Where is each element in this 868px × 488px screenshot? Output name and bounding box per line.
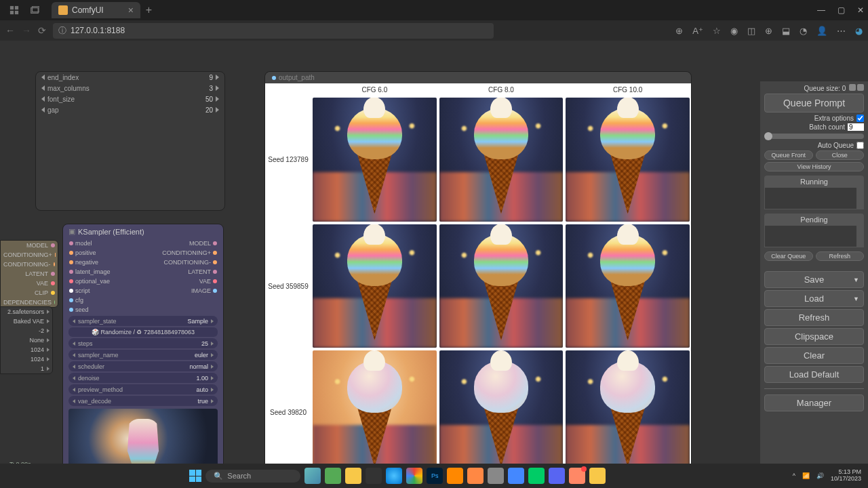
widget-row[interactable]: -2 xyxy=(1,326,52,336)
output-port[interactable]: MODEL xyxy=(1,241,58,250)
extras-icon[interactable] xyxy=(849,84,856,91)
browser-tab[interactable]: ComfyUI × xyxy=(52,2,140,18)
sampler-state-widget[interactable]: sampler_stateSample xyxy=(68,316,218,326)
close-button[interactable]: Close xyxy=(816,150,865,160)
widget-row[interactable]: max_columns3 xyxy=(36,83,224,94)
taskbar-app-icon[interactable] xyxy=(488,468,504,484)
widget-row[interactable]: font_size50 xyxy=(36,94,224,104)
copilot-icon[interactable]: ◕ xyxy=(855,26,863,36)
widget-row[interactable]: 1024 xyxy=(1,354,52,364)
taskbar-app-icon[interactable] xyxy=(467,468,484,484)
widget-row[interactable]: None xyxy=(1,336,52,345)
widget-row[interactable]: 2.safetensors xyxy=(1,307,52,317)
widget-row[interactable]: steps25 xyxy=(68,338,218,348)
nav-back-icon[interactable]: ← xyxy=(5,25,15,36)
tabs-icon[interactable] xyxy=(30,5,39,15)
input-port[interactable]: optional_vae xyxy=(75,278,110,285)
output-port[interactable]: CONDITIONING+ xyxy=(162,249,211,256)
input-port[interactable]: negative xyxy=(75,259,98,266)
new-tab-button[interactable]: + xyxy=(146,4,152,16)
load-button[interactable]: Load▼ xyxy=(764,290,864,307)
view-history-button[interactable]: View History xyxy=(764,162,864,171)
output-port[interactable]: CONDITIONING+ xyxy=(1,250,58,260)
window-minimize-icon[interactable]: — xyxy=(817,5,825,15)
taskbar-app-icon[interactable] xyxy=(508,468,524,484)
input-port[interactable]: seed xyxy=(75,306,89,313)
tray-wifi-icon[interactable]: 📶 xyxy=(802,472,810,479)
queue-prompt-button[interactable]: Queue Prompt xyxy=(764,94,864,113)
efficient-loader-node-stub[interactable]: MODELCONDITIONING+CONDITIONING-LATENTVAE… xyxy=(0,240,58,308)
start-button[interactable] xyxy=(189,470,201,482)
sidebar-icon[interactable]: ◫ xyxy=(747,26,755,36)
taskbar-search[interactable]: 🔍 Search xyxy=(205,470,300,483)
input-port[interactable]: latent_image xyxy=(75,268,111,275)
comfyui-canvas[interactable]: end_index9max_columns3font_size50gap20 M… xyxy=(0,41,868,488)
scrollbar[interactable] xyxy=(856,226,863,247)
taskbar-app-icon[interactable] xyxy=(325,468,341,484)
zoom-icon[interactable]: ⊕ xyxy=(675,26,683,36)
widget-row[interactable]: 1024 xyxy=(1,345,52,354)
input-port[interactable]: cfg xyxy=(75,297,83,304)
taskbar-app-icon[interactable] xyxy=(386,468,402,484)
input-port[interactable]: positive xyxy=(75,249,96,256)
tab-close-icon[interactable]: × xyxy=(128,5,134,16)
taskbar-app-icon[interactable] xyxy=(406,468,422,484)
input-port[interactable]: script xyxy=(75,287,90,294)
tray-chevron-icon[interactable]: ^ xyxy=(793,472,795,479)
clock[interactable]: 5:13 PM10/17/2023 xyxy=(831,469,861,483)
input-port[interactable]: model xyxy=(75,240,92,247)
output-port[interactable]: VAE xyxy=(199,278,211,285)
widget-row[interactable]: Baked VAE xyxy=(1,317,52,326)
clear-button[interactable]: Clear xyxy=(764,347,864,364)
load-default-button[interactable]: Load Default xyxy=(764,366,864,383)
ksampler-node[interactable]: ▣KSampler (Efficient) modelMODELpositive… xyxy=(62,224,224,488)
output-port[interactable]: CONDITIONING- xyxy=(1,260,58,269)
ext1-icon[interactable]: ◉ xyxy=(730,26,738,36)
scrollbar[interactable] xyxy=(856,188,863,209)
extra-options-checkbox[interactable] xyxy=(856,115,864,122)
widget-row[interactable]: vae_decodetrue xyxy=(68,396,218,406)
window-close-icon[interactable]: ✕ xyxy=(857,5,864,15)
settings-icon[interactable] xyxy=(857,84,864,91)
widget-row[interactable]: end_index9 xyxy=(36,72,224,83)
queue-front-button[interactable]: Queue Front xyxy=(764,150,813,160)
taskbar-app-icon[interactable] xyxy=(549,468,565,484)
site-info-icon[interactable]: ⓘ xyxy=(58,25,66,37)
taskbar-app-icon[interactable]: Ps xyxy=(427,468,443,484)
workspace-icon[interactable] xyxy=(9,5,19,15)
nav-reload-icon[interactable]: ⟳ xyxy=(38,25,46,36)
auto-queue-checkbox[interactable] xyxy=(856,142,864,149)
refresh-queue-button[interactable]: Refresh xyxy=(816,251,865,261)
output-port[interactable]: CONDITIONING- xyxy=(164,259,212,266)
taskbar-app-icon[interactable] xyxy=(528,468,545,484)
clear-queue-button[interactable]: Clear Queue xyxy=(764,251,813,261)
taskbar-app-icon[interactable] xyxy=(304,468,321,484)
widget-row[interactable]: sampler_nameeuler xyxy=(68,350,218,360)
save-button[interactable]: Save▼ xyxy=(764,271,864,288)
menu-icon[interactable]: ⋯ xyxy=(837,26,846,36)
ext3-icon[interactable]: ◔ xyxy=(800,26,807,36)
output-port[interactable]: LATENT xyxy=(188,268,211,275)
taskbar-app-icon[interactable] xyxy=(447,468,463,484)
tray-volume-icon[interactable]: 🔊 xyxy=(816,472,824,479)
output-port[interactable]: CLIP xyxy=(1,288,58,298)
batch-count-input[interactable] xyxy=(848,123,864,131)
taskbar-app-icon[interactable] xyxy=(345,468,361,484)
seed-randomize-row[interactable]: 🎲 Randomize / ♻ 728481884978063 xyxy=(68,327,218,337)
collections-icon[interactable]: ⊕ xyxy=(765,26,772,36)
taskbar-app-icon[interactable] xyxy=(589,468,606,484)
clipspace-button[interactable]: Clipspace xyxy=(764,328,864,345)
widget-row[interactable]: preview_methodauto xyxy=(68,384,218,394)
output-port[interactable]: MODEL xyxy=(189,240,211,247)
xy-plot-node[interactable]: output_path CFG 6.0 CFG 8.0 CFG 10.0 See… xyxy=(264,71,692,476)
output-port[interactable]: VAE xyxy=(1,279,58,288)
output-port[interactable]: IMAGE xyxy=(191,287,211,294)
profile-icon[interactable]: 👤 xyxy=(816,26,827,36)
ext2-icon[interactable]: ⬓ xyxy=(782,26,790,36)
batch-count-slider[interactable] xyxy=(764,134,864,139)
url-field[interactable]: ⓘ 127.0.0.1:8188 xyxy=(53,23,494,39)
taskbar-app-icon[interactable] xyxy=(569,468,585,484)
widget-row[interactable]: schedulernormal xyxy=(68,361,218,371)
widget-row[interactable]: 1 xyxy=(1,364,52,373)
reader-icon[interactable]: A⁺ xyxy=(692,26,703,36)
